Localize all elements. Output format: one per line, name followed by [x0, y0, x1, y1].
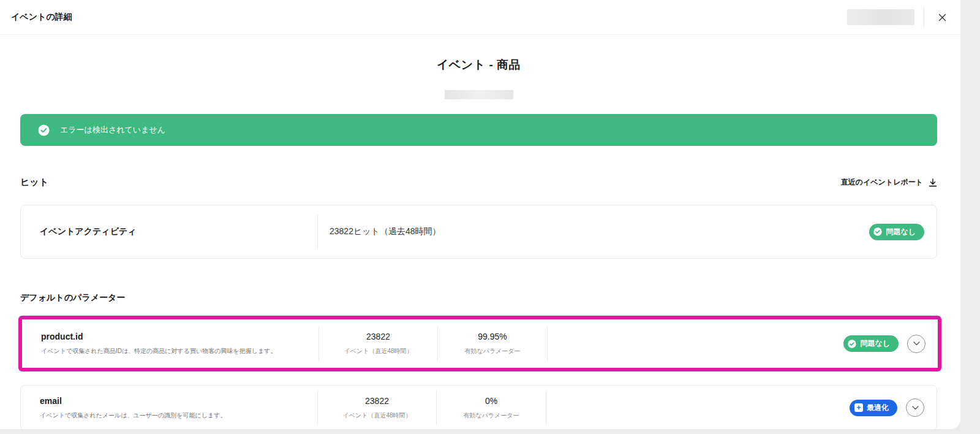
status-badge-no-issue: 問題なし — [843, 335, 899, 352]
events-column: 23822 イベント（直近48時間） — [318, 396, 436, 420]
valid-value: 99.95% — [438, 332, 547, 341]
highlight-box: product.id イベントで収集された商品IDは、特定の商品に対する買い物客… — [18, 316, 941, 371]
event-activity-value: 23822ヒット（過去48時間） — [318, 226, 869, 237]
check-circle-icon — [873, 227, 882, 236]
status-badge-label: 問題なし — [886, 227, 916, 237]
events-column: 23822 イベント（直近48時間） — [319, 332, 437, 356]
expand-row-button[interactable] — [906, 398, 924, 417]
download-icon — [929, 178, 937, 187]
param-row-email: email イベントで収集されたメールは、ユーザーの識別を可能にします。 238… — [20, 385, 937, 429]
valid-column: 0% 有効なパラメーター — [437, 396, 546, 420]
close-button[interactable] — [933, 9, 951, 26]
param-name-block: product.id イベントで収集された商品IDは、特定の商品に対する買い物客… — [22, 332, 318, 356]
page-title: イベント - 商品 — [20, 57, 937, 73]
events-value: 23822 — [318, 396, 436, 406]
valid-label: 有効なパラメーター — [438, 347, 547, 356]
valid-column: 99.95% 有効なパラメーター — [438, 332, 547, 356]
top-bar: イベントの詳細 — [0, 0, 960, 35]
event-activity-label: イベントアクティビティ — [21, 226, 317, 237]
status-badge-label: 最適化 — [867, 403, 889, 413]
param-name: product.id — [41, 332, 318, 341]
param-name-block: email イベントで収集されたメールは、ユーザーの識別を可能にします。 — [21, 396, 317, 420]
event-activity-card: イベントアクティビティ 23822ヒット（過去48時間） 問題なし — [20, 205, 937, 259]
check-circle-icon — [38, 124, 50, 136]
param-name: email — [40, 396, 317, 406]
events-label: イベント（直近48時間） — [318, 411, 436, 420]
row-divider — [546, 390, 546, 425]
redacted-subtitle-block — [445, 90, 513, 99]
valid-label: 有効なパラメーター — [437, 411, 546, 420]
param-row-product-id: product.id イベントで収集された商品IDは、特定の商品に対する買い物客… — [22, 319, 938, 368]
chevron-down-icon — [913, 341, 920, 346]
status-badge-label: 問題なし — [860, 338, 890, 349]
hits-section-title: ヒット — [20, 177, 841, 188]
title-block: イベント - 商品 — [20, 57, 937, 102]
hits-section-header: ヒット 直近のイベントレポート — [20, 177, 937, 188]
valid-value: 0% — [437, 396, 546, 406]
close-icon — [938, 13, 946, 21]
chevron-down-icon — [912, 406, 919, 410]
dialog-content: イベント - 商品 エラーは検出されていません ヒット 直近のイベントレポート … — [0, 57, 960, 429]
status-badge-no-issue: 問題なし — [869, 224, 924, 240]
banner-text: エラーは検出されていません — [60, 124, 165, 135]
redacted-account-block — [847, 9, 914, 25]
topbar-divider — [924, 7, 924, 28]
check-circle-icon — [848, 340, 856, 348]
report-link-label: 直近のイベントレポート — [841, 177, 923, 188]
no-errors-banner: エラーは検出されていません — [20, 114, 937, 146]
params-section-title: デフォルトのパラメーター — [20, 292, 937, 303]
status-badge-optimize[interactable]: + 最適化 — [850, 400, 897, 416]
events-label: イベント（直近48時間） — [319, 347, 437, 356]
expand-row-button[interactable] — [907, 335, 925, 353]
recent-event-report-link[interactable]: 直近のイベントレポート — [841, 177, 937, 188]
event-detail-dialog: イベントの詳細 イベント - 商品 エラーは検出されていません ヒット — [0, 0, 960, 429]
param-description: イベントで収集されたメールは、ユーザーの識別を可能にします。 — [40, 411, 317, 420]
events-value: 23822 — [319, 332, 437, 341]
row-divider — [547, 327, 548, 361]
param-description: イベントで収集された商品IDは、特定の商品に対する買い物客の興味を把握します。 — [41, 347, 318, 356]
optimize-plus-icon: + — [854, 403, 863, 412]
dialog-title: イベントの詳細 — [10, 12, 72, 23]
